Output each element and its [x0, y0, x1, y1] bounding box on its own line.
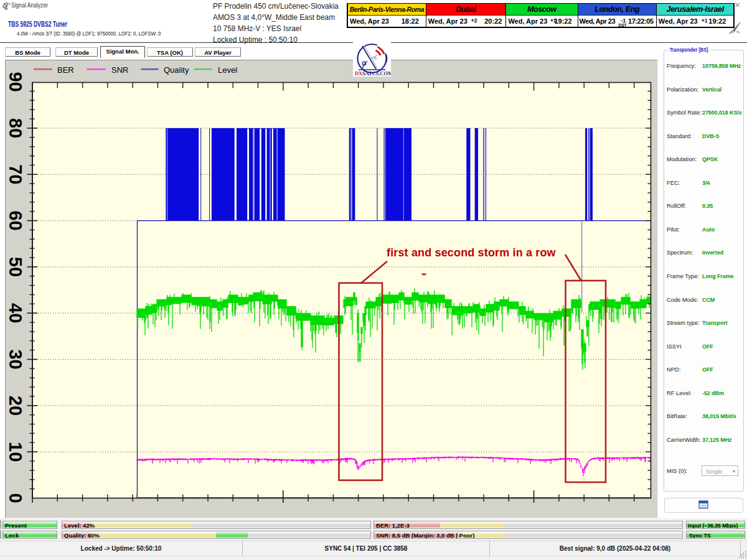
- svg-text:SNR: SNR: [111, 65, 128, 75]
- svg-text:Level: Level: [218, 65, 237, 75]
- svg-text:20: 20: [6, 396, 26, 416]
- svg-text:50: 50: [6, 257, 26, 277]
- svg-text:DXSATCS.COM: DXSATCS.COM: [355, 70, 391, 77]
- svg-text:70: 70: [6, 164, 26, 184]
- svg-text:40: 40: [6, 303, 26, 323]
- svg-text:60: 60: [6, 210, 26, 230]
- svg-text:90: 90: [6, 72, 26, 91]
- svg-text:BER: BER: [57, 65, 74, 75]
- svg-text:30: 30: [6, 349, 26, 369]
- svg-text:first and second storm in a ro: first and second storm in a row: [387, 246, 557, 259]
- svg-text:0: 0: [6, 493, 26, 503]
- svg-text:10: 10: [6, 442, 26, 462]
- svg-text:Quality: Quality: [164, 65, 189, 75]
- svg-text:80: 80: [6, 118, 26, 138]
